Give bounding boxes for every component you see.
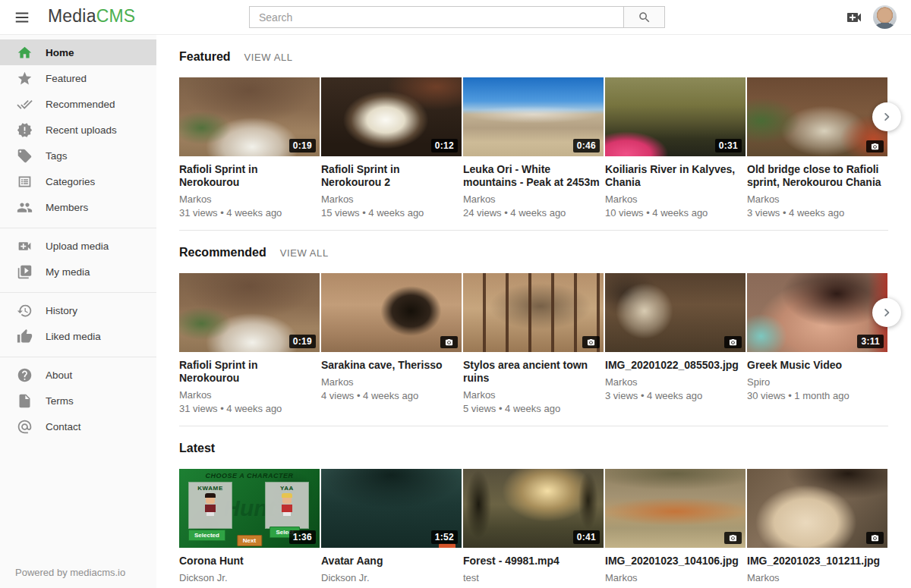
- media-title-link[interactable]: Forest - 49981.mp4: [463, 555, 604, 568]
- camera-icon: [866, 140, 884, 153]
- next-page-button[interactable]: [872, 298, 901, 327]
- sidebar-item-featured[interactable]: Featured: [0, 65, 156, 91]
- section-recommended: Recommended VIEW ALL 0:19 Rafioli Sprint…: [179, 231, 888, 426]
- sidebar-item-recent-uploads[interactable]: Recent uploads: [0, 117, 156, 143]
- media-views-date: 31 views • 4 weeks ago: [179, 207, 320, 219]
- brand-part-media: Media: [48, 6, 96, 26]
- game-character-sprite: [204, 495, 216, 518]
- sidebar-item-label: Terms: [46, 395, 74, 407]
- media-title-link[interactable]: Leuka Ori - White mountains - Peak at 24…: [463, 163, 604, 189]
- media-thumbnail[interactable]: [605, 273, 746, 352]
- media-thumbnail[interactable]: 0:41: [463, 469, 604, 548]
- sidebar-item-categories[interactable]: Categories: [0, 168, 156, 194]
- sidebar-group: Home Featured Recommended Recent uploads…: [0, 35, 156, 228]
- media-views-date: 3 views • 4 weeks ago: [747, 207, 887, 219]
- duration-badge: 0:19: [289, 335, 316, 348]
- media-thumbnail[interactable]: [747, 77, 887, 156]
- media-thumbnail[interactable]: [321, 273, 462, 352]
- sidebar-item-label: Members: [46, 202, 88, 213]
- view-all-link[interactable]: VIEW ALL: [244, 52, 293, 63]
- media-title-link[interactable]: Sarakina cave, Therisso: [321, 359, 462, 372]
- chevron-right-icon: [878, 108, 895, 125]
- media-title-link[interactable]: Greek Music Video: [747, 359, 887, 372]
- media-author-link[interactable]: Dickson Jr.: [179, 572, 320, 584]
- media-author-link[interactable]: Markos: [179, 389, 320, 401]
- powered-by-link[interactable]: Powered by mediacms.io: [15, 567, 125, 578]
- media-thumbnail[interactable]: 1:52: [321, 469, 462, 548]
- brand-logo[interactable]: MediaCMS: [48, 6, 135, 27]
- media-card: IMG_20201023_101211.jpg Markos 4 views •…: [747, 469, 887, 588]
- game-button-selected: Selected: [188, 530, 225, 541]
- search-button[interactable]: [623, 7, 664, 27]
- user-avatar[interactable]: [873, 5, 897, 29]
- duration-badge: 0:12: [431, 139, 458, 153]
- cards-row: 0:19 Rafioli Sprint in Nerokourou Markos…: [179, 273, 888, 415]
- media-thumbnail[interactable]: 0:12: [321, 77, 462, 156]
- sidebar-item-liked-media[interactable]: Liked media: [0, 323, 156, 349]
- media-title-link[interactable]: Old bridge close to Rafioli sprint, Nero…: [747, 163, 887, 189]
- media-title-link[interactable]: Rafioli Sprint in Nerokourou: [179, 359, 320, 385]
- media-title-link[interactable]: IMG_20201023_104106.jpg: [605, 555, 746, 568]
- section-latest: Latest HuntCHOOSE A CHARACTERKWAMEYAASel…: [179, 426, 888, 588]
- sidebar-item-members[interactable]: Members: [0, 194, 156, 220]
- sidebar-item-about[interactable]: About: [0, 362, 156, 388]
- media-title-link[interactable]: Avatar Aang: [321, 555, 462, 568]
- media-author-link[interactable]: Markos: [321, 376, 462, 388]
- media-author-link[interactable]: Markos: [605, 572, 746, 584]
- game-button-next: Next: [237, 535, 262, 546]
- media-title-link[interactable]: IMG_20201023_101211.jpg: [747, 555, 887, 568]
- media-author-link[interactable]: Markos: [605, 193, 746, 206]
- search-input[interactable]: [250, 7, 623, 27]
- media-card: HuntCHOOSE A CHARACTERKWAMEYAASelectedNe…: [179, 469, 320, 588]
- media-author-link[interactable]: Markos: [179, 193, 320, 206]
- media-thumbnail[interactable]: HuntCHOOSE A CHARACTERKWAMEYAASelectedNe…: [179, 469, 320, 548]
- media-card: 0:12 Rafioli Sprint in Nerokourou 2 Mark…: [321, 77, 462, 219]
- sidebar-item-history[interactable]: History: [0, 297, 156, 323]
- media-thumbnail[interactable]: [747, 469, 887, 548]
- duration-badge: 0:41: [573, 530, 600, 544]
- sidebar-group: History Liked media: [0, 293, 156, 357]
- media-thumbnail[interactable]: 0:31: [605, 77, 746, 156]
- media-author-link[interactable]: Spiro: [747, 376, 887, 388]
- media-author-link[interactable]: Markos: [463, 193, 604, 206]
- media-thumbnail[interactable]: [605, 469, 746, 548]
- media-author-link[interactable]: Dickson Jr.: [321, 572, 462, 584]
- media-author-link[interactable]: Markos: [747, 572, 887, 584]
- star-icon: [17, 71, 33, 86]
- media-title-link[interactable]: Stylos area ancient town ruins: [463, 359, 604, 385]
- media-thumbnail[interactable]: 3:11: [747, 273, 887, 352]
- media-title-link[interactable]: Koiliaris River in Kalyves, Chania: [605, 163, 746, 189]
- menu-button[interactable]: [12, 8, 32, 27]
- media-author-link[interactable]: Markos: [747, 193, 887, 206]
- view-all-link[interactable]: VIEW ALL: [280, 247, 329, 259]
- sidebar-item-label: Liked media: [46, 331, 101, 342]
- media-author-link[interactable]: Markos: [321, 193, 462, 206]
- sidebar-item-terms[interactable]: Terms: [0, 388, 156, 413]
- media-title-link[interactable]: IMG_20201022_085503.jpg: [605, 359, 746, 372]
- media-author-link[interactable]: test: [463, 572, 604, 584]
- sidebar-item-home[interactable]: Home: [0, 39, 156, 65]
- sidebar-item-label: Tags: [46, 150, 68, 162]
- media-title-link[interactable]: Rafioli Sprint in Nerokourou: [179, 163, 320, 189]
- media-title-link[interactable]: Rafioli Sprint in Nerokourou 2: [321, 163, 462, 189]
- next-page-button[interactable]: [872, 102, 901, 131]
- camera-icon: [724, 532, 742, 544]
- media-card: 3:11 Greek Music Video Spiro 30 views • …: [747, 273, 887, 415]
- chevron-right-icon: [878, 304, 895, 321]
- upload-media-button[interactable]: [844, 8, 864, 27]
- sidebar-item-recommended[interactable]: Recommended: [0, 91, 156, 117]
- media-author-link[interactable]: Markos: [463, 389, 604, 401]
- home-icon: [17, 45, 33, 61]
- sidebar-item-upload-media[interactable]: Upload media: [0, 233, 156, 259]
- media-thumbnail[interactable]: 0:46: [463, 77, 604, 156]
- media-thumbnail[interactable]: 0:19: [179, 77, 320, 156]
- sidebar-item-my-media[interactable]: My media: [0, 259, 156, 285]
- media-thumbnail[interactable]: [463, 273, 604, 352]
- media-author-link[interactable]: Markos: [605, 376, 746, 388]
- media-thumbnail[interactable]: 0:19: [179, 273, 320, 352]
- history-icon: [17, 303, 33, 319]
- media-title-link[interactable]: Corona Hunt: [179, 555, 320, 568]
- sidebar-item-tags[interactable]: Tags: [0, 143, 156, 168]
- document-icon: [17, 393, 33, 409]
- sidebar-item-contact[interactable]: Contact: [0, 413, 156, 439]
